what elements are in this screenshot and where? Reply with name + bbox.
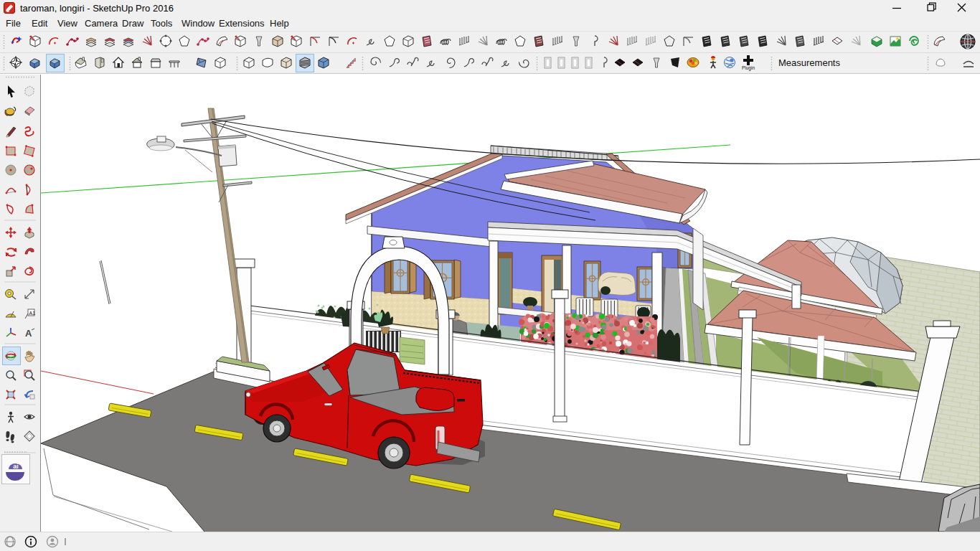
svg-text:Plugin: Plugin: [742, 65, 755, 71]
svg-text:A1: A1: [29, 311, 36, 316]
svg-text:A: A: [25, 328, 32, 339]
svg-text:Measurements: Measurements: [778, 57, 840, 68]
svg-text:ai: ai: [13, 463, 19, 470]
